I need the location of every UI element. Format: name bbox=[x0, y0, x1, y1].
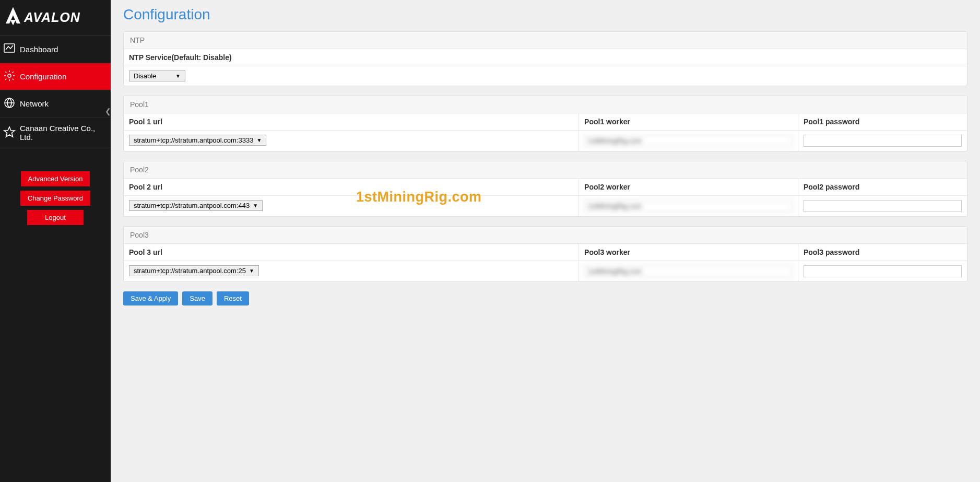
pool2-password-label: Pool2 password bbox=[798, 179, 967, 195]
sidebar-item-configuration[interactable]: Configuration bbox=[0, 63, 111, 90]
pool3-worker-input[interactable] bbox=[584, 265, 793, 277]
brand-name: AVALON bbox=[24, 10, 80, 25]
pool1-password-cell bbox=[798, 131, 967, 151]
chevron-down-icon: ▼ bbox=[253, 203, 258, 208]
chart-line-icon bbox=[2, 42, 17, 56]
ntp-service-label: NTP Service(Default: Disable) bbox=[124, 49, 967, 66]
pool1-url-select[interactable]: stratum+tcp://stratum.antpool.com:3333 ▼ bbox=[129, 135, 266, 146]
main-content: Configuration NTP NTP Service(Default: D… bbox=[111, 0, 980, 482]
chevron-down-icon: ▼ bbox=[175, 73, 181, 79]
pool1-worker-input[interactable] bbox=[584, 135, 793, 147]
pool2-worker-cell bbox=[579, 196, 798, 216]
pool1-url-value: stratum+tcp://stratum.antpool.com:3333 bbox=[134, 136, 253, 144]
pool2-url-cell: stratum+tcp://stratum.antpool.com:443 ▼ bbox=[124, 196, 579, 216]
sidebar-item-label: Configuration bbox=[20, 72, 109, 81]
change-password-button[interactable]: Change Password bbox=[20, 191, 90, 206]
gear-icon bbox=[2, 69, 17, 84]
pool3-url-cell: stratum+tcp://stratum.antpool.com:25 ▼ bbox=[124, 261, 579, 281]
pool3-password-input[interactable] bbox=[804, 265, 962, 277]
pool1-worker-cell bbox=[579, 131, 798, 151]
pool3-url-value: stratum+tcp://stratum.antpool.com:25 bbox=[134, 267, 246, 275]
pool1-url-cell: stratum+tcp://stratum.antpool.com:3333 ▼ bbox=[124, 131, 579, 151]
pool1-heading: Pool1 bbox=[124, 96, 967, 113]
sidebar-item-dashboard[interactable]: Dashboard bbox=[0, 36, 111, 63]
pool3-url-select[interactable]: stratum+tcp://stratum.antpool.com:25 ▼ bbox=[129, 265, 259, 276]
ntp-select-cell: Disable ▼ bbox=[124, 66, 967, 86]
pool3-worker-label: Pool3 worker bbox=[579, 244, 798, 261]
pool2-panel: Pool2 Pool 2 url Pool2 worker Pool2 pass… bbox=[123, 161, 967, 217]
pool2-password-cell bbox=[798, 196, 967, 216]
ntp-service-value: Disable bbox=[134, 72, 156, 80]
page-title: Configuration bbox=[123, 6, 967, 23]
sidebar-item-canaan[interactable]: Canaan Creative Co., Ltd. bbox=[0, 117, 111, 148]
pool1-password-input[interactable] bbox=[804, 135, 962, 147]
save-apply-button[interactable]: Save & Apply bbox=[123, 291, 178, 305]
pool2-worker-input[interactable] bbox=[584, 200, 793, 212]
pool2-url-value: stratum+tcp://stratum.antpool.com:443 bbox=[134, 202, 250, 209]
sidebar-actions: Advanced Version Change Password Logout bbox=[0, 171, 111, 225]
sidebar-nav: Dashboard Configuration Network bbox=[0, 36, 111, 148]
ntp-heading: NTP bbox=[124, 32, 967, 49]
pool3-password-cell bbox=[798, 261, 967, 281]
chevron-down-icon: ▼ bbox=[256, 137, 262, 143]
pool1-password-label: Pool1 password bbox=[798, 113, 967, 130]
logout-button[interactable]: Logout bbox=[27, 210, 84, 225]
save-button[interactable]: Save bbox=[182, 291, 212, 305]
svg-point-1 bbox=[8, 74, 11, 77]
reset-button[interactable]: Reset bbox=[217, 291, 249, 305]
sidebar-item-network[interactable]: Network bbox=[0, 90, 111, 117]
pool3-heading: Pool3 bbox=[124, 227, 967, 244]
sidebar-item-label: Dashboard bbox=[20, 45, 109, 54]
advanced-version-button[interactable]: Advanced Version bbox=[21, 171, 90, 186]
sidebar-item-label: Network bbox=[20, 99, 109, 108]
chevron-down-icon: ▼ bbox=[249, 268, 254, 274]
pool3-url-label: Pool 3 url bbox=[124, 244, 579, 261]
globe-icon bbox=[2, 97, 17, 111]
pool2-url-select[interactable]: stratum+tcp://stratum.antpool.com:443 ▼ bbox=[129, 200, 263, 211]
pool1-worker-label: Pool1 worker bbox=[579, 113, 798, 130]
pool3-worker-cell bbox=[579, 261, 798, 281]
pool2-worker-label: Pool2 worker bbox=[579, 179, 798, 195]
brand-logo: AVALON bbox=[0, 0, 111, 36]
pool2-password-input[interactable] bbox=[804, 200, 962, 212]
pool3-password-label: Pool3 password bbox=[798, 244, 967, 261]
ntp-panel: NTP NTP Service(Default: Disable) Disabl… bbox=[123, 31, 967, 86]
pool1-url-label: Pool 1 url bbox=[124, 113, 579, 130]
star-icon bbox=[2, 126, 17, 140]
pool3-panel: Pool3 Pool 3 url Pool3 worker Pool3 pass… bbox=[123, 226, 967, 282]
form-actions: Save & Apply Save Reset bbox=[123, 291, 967, 305]
avalon-a-icon bbox=[2, 5, 24, 29]
sidebar: AVALON Dashboard Configuration bbox=[0, 0, 111, 482]
pool1-panel: Pool1 Pool 1 url Pool1 worker Pool1 pass… bbox=[123, 96, 967, 151]
ntp-service-select[interactable]: Disable ▼ bbox=[129, 70, 185, 81]
pool2-heading: Pool2 bbox=[124, 161, 967, 179]
svg-marker-3 bbox=[4, 127, 15, 137]
pool2-url-label: Pool 2 url bbox=[124, 179, 579, 195]
sidebar-item-label: Canaan Creative Co., Ltd. bbox=[20, 124, 109, 142]
